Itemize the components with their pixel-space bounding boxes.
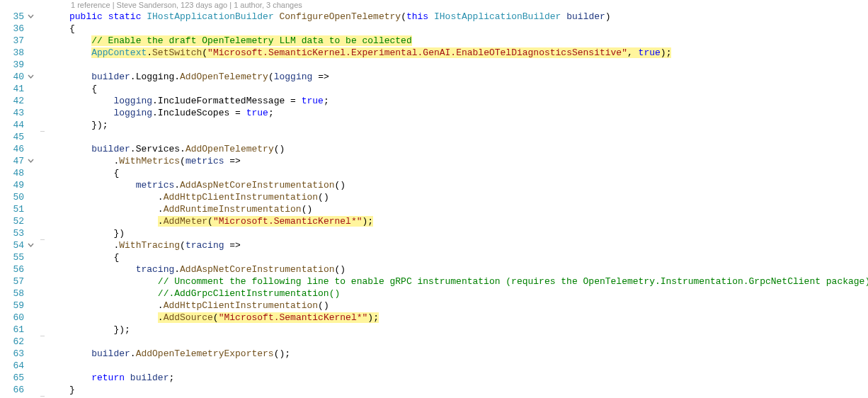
line-number: 60 [0, 312, 25, 324]
code-line[interactable]: 56 tracing.AddAspNetCoreInstrumentation(… [0, 263, 868, 275]
code-line[interactable]: 58 //.AddGrpcClientInstrumentation() [0, 288, 868, 300]
code-line[interactable]: 59 .AddHttpClientInstrumentation() [0, 300, 868, 312]
code-line[interactable]: 62 [0, 336, 868, 348]
fold-chevron-icon[interactable] [25, 242, 35, 249]
line-number: 64 [0, 360, 25, 372]
line-number: 46 [0, 143, 25, 155]
line-number: 57 [0, 275, 25, 288]
code-line[interactable]: 66 } [0, 384, 868, 396]
line-number: 40 [0, 71, 25, 83]
code-line[interactable]: 40 builder.Logging.AddOpenTelemetry(logg… [0, 71, 868, 83]
code-line[interactable]: 55 { [0, 251, 868, 263]
code-line[interactable]: 46 builder.Services.AddOpenTelemetry() [0, 143, 868, 155]
line-number: 56 [0, 263, 25, 275]
code-line[interactable]: 61 }); [0, 324, 868, 336]
code-line[interactable]: 35 public static IHostApplicationBuilder… [0, 11, 868, 23]
code-line[interactable]: 60 .AddSource("Microsoft.SemanticKernel*… [0, 312, 868, 324]
line-number: 66 [0, 384, 25, 396]
code-line[interactable]: 38 AppContext.SetSwitch("Microsoft.Seman… [0, 47, 868, 59]
line-number: 55 [0, 251, 25, 263]
code-line[interactable]: 64 [0, 360, 868, 372]
line-number: 51 [0, 203, 25, 215]
code-line[interactable]: 41 { [0, 83, 868, 95]
code-line[interactable]: 43 logging.IncludeScopes = true; [0, 107, 868, 119]
line-number: 43 [0, 107, 25, 119]
codelens[interactable]: 1 reference | Steve Sanderson, 123 days … [0, 0, 868, 11]
line-number: 61 [0, 324, 25, 336]
code-line[interactable]: 49 metrics.AddAspNetCoreInstrumentation(… [0, 179, 868, 191]
line-number: 47 [0, 155, 25, 167]
line-number: 39 [0, 59, 25, 71]
line-number: 53 [0, 227, 25, 239]
code-line[interactable]: 37 // Enable the draft OpenTelemetry LLM… [0, 35, 868, 47]
line-number: 41 [0, 83, 25, 95]
code-line[interactable]: 48 { [0, 167, 868, 179]
code-line[interactable]: 36 { [0, 23, 868, 35]
code-line[interactable]: 65 return builder; [0, 372, 868, 384]
code-line[interactable]: 52 .AddMeter("Microsoft.SemanticKernel*"… [0, 215, 868, 227]
gutter: 1 reference | Steve Sanderson, 123 days … [0, 0, 868, 398]
code-line[interactable]: 50 .AddHttpClientInstrumentation() [0, 191, 868, 203]
code-line[interactable]: 51 .AddRuntimeInstrumentation() [0, 203, 868, 215]
line-number: 62 [0, 336, 25, 348]
line-number: 36 [0, 23, 25, 35]
code-line[interactable]: 57 // Uncomment the following line to en… [0, 275, 868, 288]
fold-chevron-icon[interactable] [25, 13, 35, 20]
code-editor[interactable]: 1 reference | Steve Sanderson, 123 days … [0, 0, 868, 398]
code-line[interactable]: 45 [0, 131, 868, 143]
line-number: 50 [0, 191, 25, 203]
code-line[interactable]: 39 [0, 59, 868, 71]
line-number: 42 [0, 95, 25, 107]
line-number: 63 [0, 348, 25, 360]
code-line[interactable]: 42 logging.IncludeFormattedMessage = tru… [0, 95, 868, 107]
line-number: 52 [0, 215, 25, 227]
line-number: 59 [0, 300, 25, 312]
fold-chevron-icon[interactable] [25, 74, 35, 80]
line-number: 35 [0, 11, 25, 23]
code-line[interactable]: 54 .WithTracing(tracing => [0, 239, 868, 251]
code-line[interactable]: 53 }) [0, 227, 868, 239]
line-number: 54 [0, 239, 25, 251]
line-number: 49 [0, 179, 25, 191]
line-number: 58 [0, 288, 25, 300]
fold-chevron-icon[interactable] [25, 158, 35, 164]
code-line[interactable]: 63 builder.AddOpenTelemetryExporters(); [0, 348, 868, 360]
line-number: 44 [0, 119, 25, 131]
line-number: 45 [0, 131, 25, 143]
line-number: 37 [0, 35, 25, 47]
code-line[interactable]: 47 .WithMetrics(metrics => [0, 155, 868, 167]
line-number: 48 [0, 167, 25, 179]
code-line[interactable]: 44 }); [0, 119, 868, 131]
line-number: 65 [0, 372, 25, 384]
line-number: 38 [0, 47, 25, 59]
